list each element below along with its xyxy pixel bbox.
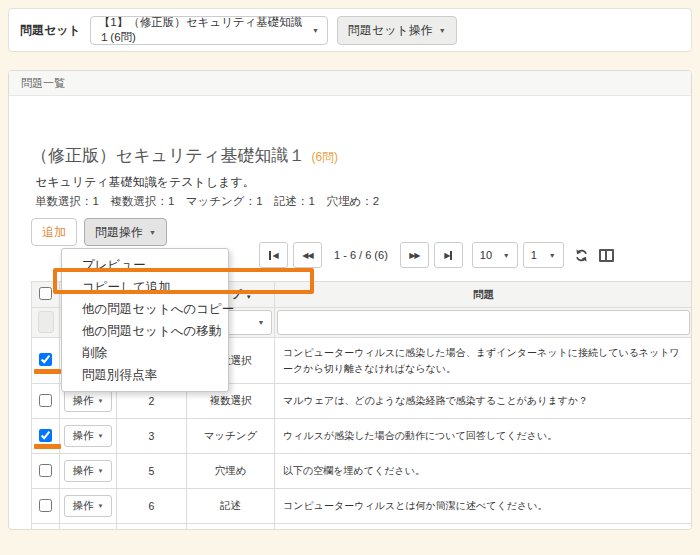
table-row: 操作▼ 3 マッチング ウィルスが感染した場合の動作について回答してください。 [32,419,693,454]
question-header: 問題 [275,282,693,308]
row-actions-button[interactable]: 操作▼ [64,495,113,517]
columns-icon[interactable] [599,249,614,262]
menu-item-copy-and-add[interactable]: コピーして追加 [62,276,228,298]
last-page-icon [450,251,452,260]
chevron-down-icon: ▼ [312,27,319,34]
quiz-title-text: （修正版）セキュリティ基礎知識１ [31,146,305,165]
row-question: マルウェアは、どのような感染経路で感染することがありますか？ [275,384,693,419]
pagination-range-text: 1 - 6 / 6 (6) [334,249,388,261]
question-list-panel: 問題一覧 （修正版）セキュリティ基礎知識１(6問) セキュリティ基礎知識をテスト… [8,70,692,530]
chevron-down-icon: ▼ [98,398,104,404]
previous-page-icon: ◀◀ [302,251,312,260]
pagination: ◀ ◀◀ 1 - 6 / 6 (6) ▶▶ ▶ 10 ▼ 1 ▼ [259,242,614,268]
table-row: 操作▼ 12 穴埋め 空欄を記入してください。 [32,524,693,531]
page-size-select[interactable]: 10 ▼ [472,242,518,268]
chevron-down-icon: ▼ [149,229,156,236]
row-type: 穴埋め [187,454,275,489]
question-set-operations-button[interactable]: 問題セット操作 ▼ [337,16,457,45]
filter-blank-box [38,311,54,333]
row-type: 記述 [187,489,275,524]
last-page-arrow: ▶ [444,251,449,260]
chevron-down-icon: ▼ [549,252,556,259]
row-checkbox[interactable] [39,429,52,442]
menu-item-score-rate-per-question[interactable]: 問題別得点率 [62,364,228,386]
question-operations-label: 問題操作 [95,224,143,241]
question-set-bar: 問題セット 【1】（修正版）セキュリティ基礎知識１(6問) ▼ 問題セット操作 … [8,8,692,52]
row-type: 穴埋め [187,524,275,531]
question-operations-menu: プレビュー コピーして追加 他の問題セットへのコピー 他の問題セットへの移動 削… [61,248,229,392]
menu-item-delete[interactable]: 削除 [62,342,228,364]
row-question: ウィルスが感染した場合の動作について回答してください。 [275,419,693,454]
first-page-arrow: ◀ [272,251,277,260]
row-number: 3 [117,419,187,454]
quiz-type-stats: 単数選択：1 複数選択：1 マッチング：1 記述：1 穴埋め：2 [35,194,379,209]
row-question: 空欄を記入してください。 [275,524,693,531]
chevron-down-icon: ▼ [98,468,104,474]
row-question: コンピューターウィルスとは何か簡潔に述べてください。 [275,489,693,524]
row-number: 12 [117,524,187,531]
panel-title: 問題一覧 [9,71,691,96]
chevron-down-icon: ▼ [503,252,510,259]
row-type: マッチング [187,419,275,454]
menu-item-preview[interactable]: プレビュー [62,254,228,276]
annotation-underline [34,369,61,374]
chevron-down-icon: ▼ [98,433,104,439]
row-question: コンピューターウィルスに感染した場合、まずインターネットに接続しているネットワー… [275,338,693,384]
page-number-select[interactable]: 1 ▼ [523,242,564,268]
quiz-title: （修正版）セキュリティ基礎知識１(6問) [31,144,338,167]
sort-icon: ▲▼ [246,290,252,299]
previous-page-button[interactable]: ◀◀ [293,242,322,268]
add-question-button[interactable]: 追加 [31,218,77,246]
page-number-value: 1 [531,249,537,261]
page: 問題セット 【1】（修正版）セキュリティ基礎知識１(6問) ▼ 問題セット操作 … [0,0,700,555]
row-question: 以下の空欄を埋めてください。 [275,454,693,489]
chevron-down-icon: ▼ [98,503,104,509]
next-page-button[interactable]: ▶▶ [400,242,429,268]
chevron-down-icon: ▼ [258,319,265,326]
row-actions-button[interactable]: 操作▼ [64,390,113,412]
table-row: 操作▼ 6 記述 コンピューターウィルスとは何か簡潔に述べてください。 [32,489,693,524]
panel-body: （修正版）セキュリティ基礎知識１(6問) セキュリティ基礎知識をテストします。 … [9,96,691,530]
question-operations-button[interactable]: 問題操作 ▼ [84,218,167,246]
refresh-icon[interactable] [574,248,589,263]
menu-item-copy-to-other-set[interactable]: 他の問題セットへのコピー [62,298,228,320]
select-all-header [32,282,60,308]
question-set-selected-value: 【1】（修正版）セキュリティ基礎知識１(6問) [99,15,306,45]
annotation-underline [34,444,61,449]
select-all-checkbox[interactable] [39,287,52,300]
table-row: 操作▼ 5 穴埋め 以下の空欄を埋めてください。 [32,454,693,489]
page-size-value: 10 [480,249,492,261]
menu-item-move-to-other-set[interactable]: 他の問題セットへの移動 [62,320,228,342]
row-actions-button[interactable]: 操作▼ [64,460,113,482]
question-filter-cell [275,308,693,338]
row-checkbox[interactable] [39,353,52,366]
row-number: 6 [117,489,187,524]
row-checkbox[interactable] [39,394,52,407]
quiz-description: セキュリティ基礎知識をテストします。 [35,174,255,191]
question-set-label: 問題セット [20,22,81,39]
chevron-down-icon: ▼ [439,27,446,34]
row-number: 5 [117,454,187,489]
last-page-button[interactable]: ▶ [434,242,463,268]
toolbar: 追加 問題操作 ▼ [31,218,167,246]
row-actions-button[interactable]: 操作▼ [64,425,113,447]
row-checkbox[interactable] [39,499,52,512]
question-filter-input[interactable] [277,310,690,335]
row-checkbox[interactable] [39,464,52,477]
question-count-badge: (6問) [311,150,338,164]
first-page-icon [269,251,271,260]
question-set-operations-label: 問題セット操作 [348,22,433,39]
question-set-select[interactable]: 【1】（修正版）セキュリティ基礎知識１(6問) ▼ [90,16,328,45]
next-page-icon: ▶▶ [409,251,419,260]
first-page-button[interactable]: ◀ [259,242,288,268]
